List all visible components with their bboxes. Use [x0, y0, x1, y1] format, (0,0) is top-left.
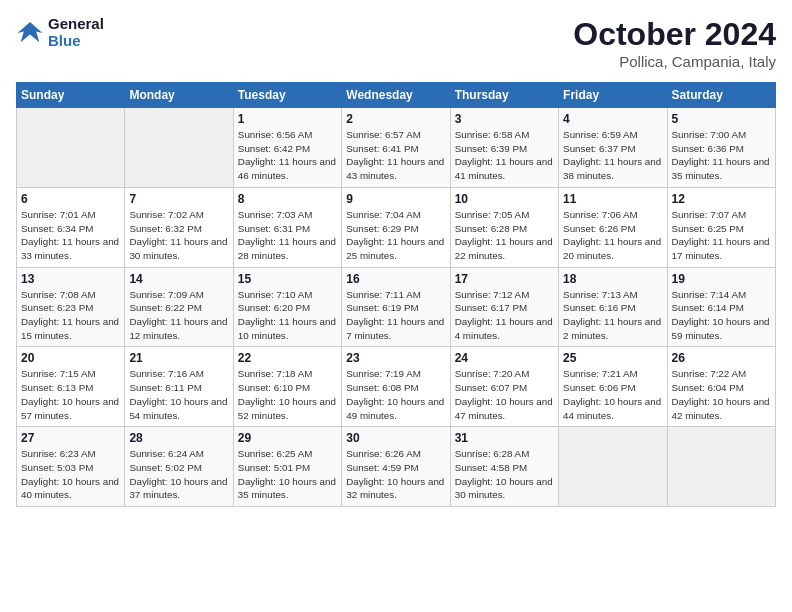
title-block: October 2024 Pollica, Campania, Italy — [573, 16, 776, 70]
day-number: 24 — [455, 351, 554, 365]
day-cell: 2Sunrise: 6:57 AM Sunset: 6:41 PM Daylig… — [342, 108, 450, 188]
day-details: Sunrise: 7:16 AM Sunset: 6:11 PM Dayligh… — [129, 367, 228, 422]
logo-text: General Blue — [48, 16, 104, 49]
day-number: 31 — [455, 431, 554, 445]
header-cell-saturday: Saturday — [667, 83, 775, 108]
day-number: 3 — [455, 112, 554, 126]
day-details: Sunrise: 7:15 AM Sunset: 6:13 PM Dayligh… — [21, 367, 120, 422]
day-cell: 13Sunrise: 7:08 AM Sunset: 6:23 PM Dayli… — [17, 267, 125, 347]
day-cell: 20Sunrise: 7:15 AM Sunset: 6:13 PM Dayli… — [17, 347, 125, 427]
header-cell-wednesday: Wednesday — [342, 83, 450, 108]
day-details: Sunrise: 7:05 AM Sunset: 6:28 PM Dayligh… — [455, 208, 554, 263]
day-cell: 9Sunrise: 7:04 AM Sunset: 6:29 PM Daylig… — [342, 187, 450, 267]
day-details: Sunrise: 6:28 AM Sunset: 4:58 PM Dayligh… — [455, 447, 554, 502]
day-number: 10 — [455, 192, 554, 206]
day-number: 4 — [563, 112, 662, 126]
day-cell: 14Sunrise: 7:09 AM Sunset: 6:22 PM Dayli… — [125, 267, 233, 347]
day-details: Sunrise: 6:23 AM Sunset: 5:03 PM Dayligh… — [21, 447, 120, 502]
day-number: 15 — [238, 272, 337, 286]
day-cell: 25Sunrise: 7:21 AM Sunset: 6:06 PM Dayli… — [559, 347, 667, 427]
day-cell: 31Sunrise: 6:28 AM Sunset: 4:58 PM Dayli… — [450, 427, 558, 507]
day-cell: 6Sunrise: 7:01 AM Sunset: 6:34 PM Daylig… — [17, 187, 125, 267]
day-details: Sunrise: 7:01 AM Sunset: 6:34 PM Dayligh… — [21, 208, 120, 263]
day-details: Sunrise: 6:25 AM Sunset: 5:01 PM Dayligh… — [238, 447, 337, 502]
week-row: 1Sunrise: 6:56 AM Sunset: 6:42 PM Daylig… — [17, 108, 776, 188]
day-cell: 23Sunrise: 7:19 AM Sunset: 6:08 PM Dayli… — [342, 347, 450, 427]
day-details: Sunrise: 7:04 AM Sunset: 6:29 PM Dayligh… — [346, 208, 445, 263]
day-cell: 15Sunrise: 7:10 AM Sunset: 6:20 PM Dayli… — [233, 267, 341, 347]
day-cell: 7Sunrise: 7:02 AM Sunset: 6:32 PM Daylig… — [125, 187, 233, 267]
day-cell: 21Sunrise: 7:16 AM Sunset: 6:11 PM Dayli… — [125, 347, 233, 427]
day-details: Sunrise: 7:11 AM Sunset: 6:19 PM Dayligh… — [346, 288, 445, 343]
day-details: Sunrise: 7:09 AM Sunset: 6:22 PM Dayligh… — [129, 288, 228, 343]
day-cell: 29Sunrise: 6:25 AM Sunset: 5:01 PM Dayli… — [233, 427, 341, 507]
day-number: 20 — [21, 351, 120, 365]
header-cell-monday: Monday — [125, 83, 233, 108]
day-details: Sunrise: 7:22 AM Sunset: 6:04 PM Dayligh… — [672, 367, 771, 422]
page-subtitle: Pollica, Campania, Italy — [573, 53, 776, 70]
day-cell — [559, 427, 667, 507]
day-cell: 18Sunrise: 7:13 AM Sunset: 6:16 PM Dayli… — [559, 267, 667, 347]
page-header: General Blue October 2024 Pollica, Campa… — [16, 16, 776, 70]
header-row: SundayMondayTuesdayWednesdayThursdayFrid… — [17, 83, 776, 108]
header-cell-thursday: Thursday — [450, 83, 558, 108]
day-number: 1 — [238, 112, 337, 126]
week-row: 20Sunrise: 7:15 AM Sunset: 6:13 PM Dayli… — [17, 347, 776, 427]
logo: General Blue — [16, 16, 104, 49]
day-details: Sunrise: 7:03 AM Sunset: 6:31 PM Dayligh… — [238, 208, 337, 263]
day-details: Sunrise: 7:14 AM Sunset: 6:14 PM Dayligh… — [672, 288, 771, 343]
day-cell — [17, 108, 125, 188]
svg-marker-0 — [18, 22, 43, 42]
day-details: Sunrise: 7:18 AM Sunset: 6:10 PM Dayligh… — [238, 367, 337, 422]
day-details: Sunrise: 6:24 AM Sunset: 5:02 PM Dayligh… — [129, 447, 228, 502]
day-cell: 10Sunrise: 7:05 AM Sunset: 6:28 PM Dayli… — [450, 187, 558, 267]
day-cell: 28Sunrise: 6:24 AM Sunset: 5:02 PM Dayli… — [125, 427, 233, 507]
day-number: 25 — [563, 351, 662, 365]
day-details: Sunrise: 6:57 AM Sunset: 6:41 PM Dayligh… — [346, 128, 445, 183]
day-number: 21 — [129, 351, 228, 365]
day-number: 2 — [346, 112, 445, 126]
day-number: 29 — [238, 431, 337, 445]
day-number: 17 — [455, 272, 554, 286]
day-cell: 12Sunrise: 7:07 AM Sunset: 6:25 PM Dayli… — [667, 187, 775, 267]
day-cell: 24Sunrise: 7:20 AM Sunset: 6:07 PM Dayli… — [450, 347, 558, 427]
day-details: Sunrise: 7:02 AM Sunset: 6:32 PM Dayligh… — [129, 208, 228, 263]
day-details: Sunrise: 7:10 AM Sunset: 6:20 PM Dayligh… — [238, 288, 337, 343]
day-details: Sunrise: 7:08 AM Sunset: 6:23 PM Dayligh… — [21, 288, 120, 343]
day-cell: 3Sunrise: 6:58 AM Sunset: 6:39 PM Daylig… — [450, 108, 558, 188]
day-number: 22 — [238, 351, 337, 365]
day-details: Sunrise: 6:59 AM Sunset: 6:37 PM Dayligh… — [563, 128, 662, 183]
day-number: 28 — [129, 431, 228, 445]
day-details: Sunrise: 7:06 AM Sunset: 6:26 PM Dayligh… — [563, 208, 662, 263]
day-number: 6 — [21, 192, 120, 206]
day-cell: 27Sunrise: 6:23 AM Sunset: 5:03 PM Dayli… — [17, 427, 125, 507]
day-details: Sunrise: 7:21 AM Sunset: 6:06 PM Dayligh… — [563, 367, 662, 422]
day-details: Sunrise: 7:07 AM Sunset: 6:25 PM Dayligh… — [672, 208, 771, 263]
day-cell: 5Sunrise: 7:00 AM Sunset: 6:36 PM Daylig… — [667, 108, 775, 188]
day-number: 11 — [563, 192, 662, 206]
day-details: Sunrise: 6:26 AM Sunset: 4:59 PM Dayligh… — [346, 447, 445, 502]
day-number: 12 — [672, 192, 771, 206]
day-cell: 17Sunrise: 7:12 AM Sunset: 6:17 PM Dayli… — [450, 267, 558, 347]
week-row: 6Sunrise: 7:01 AM Sunset: 6:34 PM Daylig… — [17, 187, 776, 267]
day-number: 13 — [21, 272, 120, 286]
day-number: 23 — [346, 351, 445, 365]
day-cell: 4Sunrise: 6:59 AM Sunset: 6:37 PM Daylig… — [559, 108, 667, 188]
day-details: Sunrise: 6:58 AM Sunset: 6:39 PM Dayligh… — [455, 128, 554, 183]
header-cell-friday: Friday — [559, 83, 667, 108]
day-cell — [125, 108, 233, 188]
day-cell: 19Sunrise: 7:14 AM Sunset: 6:14 PM Dayli… — [667, 267, 775, 347]
day-number: 7 — [129, 192, 228, 206]
day-cell: 8Sunrise: 7:03 AM Sunset: 6:31 PM Daylig… — [233, 187, 341, 267]
day-number: 8 — [238, 192, 337, 206]
day-number: 18 — [563, 272, 662, 286]
day-number: 30 — [346, 431, 445, 445]
logo-icon — [16, 19, 44, 47]
header-cell-sunday: Sunday — [17, 83, 125, 108]
day-details: Sunrise: 7:20 AM Sunset: 6:07 PM Dayligh… — [455, 367, 554, 422]
day-cell: 16Sunrise: 7:11 AM Sunset: 6:19 PM Dayli… — [342, 267, 450, 347]
day-cell: 26Sunrise: 7:22 AM Sunset: 6:04 PM Dayli… — [667, 347, 775, 427]
day-details: Sunrise: 7:00 AM Sunset: 6:36 PM Dayligh… — [672, 128, 771, 183]
header-cell-tuesday: Tuesday — [233, 83, 341, 108]
day-cell: 30Sunrise: 6:26 AM Sunset: 4:59 PM Dayli… — [342, 427, 450, 507]
